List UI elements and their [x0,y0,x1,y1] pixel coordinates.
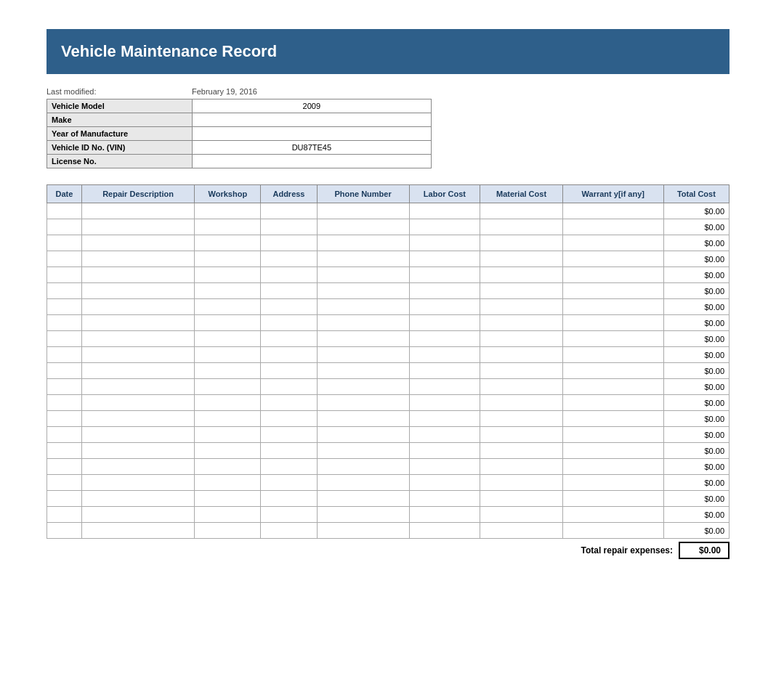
cell-labor_cost [409,235,480,251]
cell-workshop [195,475,261,491]
cell-date [47,235,82,251]
cell-workshop [195,251,261,267]
table-row: $0.00 [47,299,729,315]
maintenance-table: DateRepair DescriptionWorkshopAddressPho… [47,184,729,539]
cell-address [261,475,317,491]
cell-total-cost: $0.00 [663,347,729,363]
cell-material_cost [480,203,563,219]
cell-labor_cost [409,283,480,299]
cell-workshop [195,491,261,507]
cell-repair_description [81,331,194,347]
cell-workshop [195,507,261,523]
cell-phone_number [317,507,409,523]
last-modified-row: Last modified: February 19, 2016 [47,87,729,96]
col-header-repair_description: Repair Description [81,185,194,203]
col-header-phone_number: Phone Number [317,185,409,203]
cell-material_cost [480,315,563,331]
cell-repair_description [81,395,194,411]
cell-material_cost [480,251,563,267]
cell-phone_number [317,331,409,347]
cell-repair_description [81,203,194,219]
cell-total-cost: $0.00 [663,315,729,331]
cell-date [47,411,82,427]
cell-labor_cost [409,411,480,427]
meta-field-value [192,113,431,127]
cell-material_cost [480,219,563,235]
cell-date [47,523,82,539]
cell-warranty [562,491,663,507]
cell-workshop [195,523,261,539]
table-row: $0.00 [47,443,729,459]
cell-address [261,235,317,251]
cell-labor_cost [409,379,480,395]
cell-workshop [195,395,261,411]
cell-date [47,443,82,459]
cell-phone_number [317,459,409,475]
cell-phone_number [317,443,409,459]
cell-warranty [562,219,663,235]
cell-labor_cost [409,491,480,507]
table-row: $0.00 [47,315,729,331]
cell-total-cost: $0.00 [663,283,729,299]
cell-date [47,347,82,363]
cell-warranty [562,379,663,395]
cell-warranty [562,235,663,251]
cell-material_cost [480,235,563,251]
cell-address [261,443,317,459]
cell-repair_description [81,459,194,475]
cell-warranty [562,299,663,315]
cell-labor_cost [409,507,480,523]
cell-date [47,491,82,507]
meta-field-label: Vehicle ID No. (VIN) [47,141,193,155]
cell-repair_description [81,427,194,443]
cell-repair_description [81,507,194,523]
cell-total-cost: $0.00 [663,443,729,459]
cell-material_cost [480,507,563,523]
cell-date [47,395,82,411]
cell-repair_description [81,235,194,251]
cell-labor_cost [409,459,480,475]
cell-phone_number [317,427,409,443]
cell-warranty [562,283,663,299]
cell-repair_description [81,411,194,427]
table-row: $0.00 [47,203,729,219]
cell-phone_number [317,395,409,411]
col-header-address: Address [261,185,317,203]
cell-phone_number [317,283,409,299]
cell-address [261,203,317,219]
meta-field-label: Year of Manufacture [47,127,193,141]
cell-labor_cost [409,347,480,363]
meta-field-value [192,155,431,168]
cell-workshop [195,267,261,283]
cell-date [47,507,82,523]
cell-labor_cost [409,251,480,267]
cell-material_cost [480,267,563,283]
meta-row: Vehicle Model2009 [47,99,432,113]
col-header-workshop: Workshop [195,185,261,203]
cell-repair_description [81,251,194,267]
meta-row: Year of Manufacture [47,127,432,141]
cell-labor_cost [409,523,480,539]
cell-address [261,299,317,315]
table-row: $0.00 [47,267,729,283]
cell-total-cost: $0.00 [663,491,729,507]
cell-workshop [195,283,261,299]
cell-address [261,347,317,363]
table-row: $0.00 [47,395,729,411]
cell-workshop [195,379,261,395]
cell-workshop [195,219,261,235]
col-header-date: Date [47,185,82,203]
cell-warranty [562,507,663,523]
meta-field-label: Vehicle Model [47,99,193,113]
cell-material_cost [480,491,563,507]
cell-workshop [195,459,261,475]
cell-date [47,459,82,475]
cell-material_cost [480,427,563,443]
cell-total-cost: $0.00 [663,411,729,427]
cell-date [47,251,82,267]
cell-phone_number [317,299,409,315]
cell-repair_description [81,267,194,283]
cell-date [47,315,82,331]
cell-address [261,331,317,347]
cell-warranty [562,203,663,219]
